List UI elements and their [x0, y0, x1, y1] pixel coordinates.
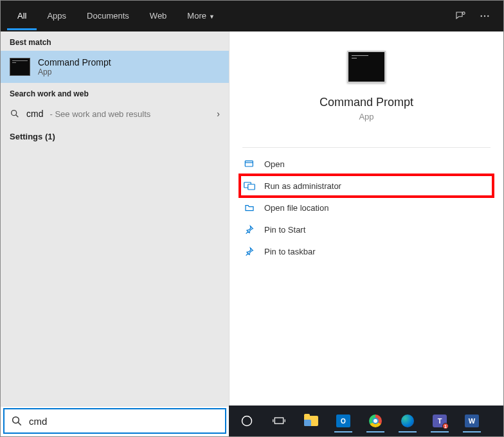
action-label: Open file location	[264, 203, 328, 213]
open-icon	[244, 159, 255, 169]
action-label: Pin to taskbar	[264, 247, 316, 256]
pin-icon	[244, 246, 255, 256]
svg-point-4	[12, 111, 17, 116]
action-open-file-location[interactable]: Open file location	[240, 197, 493, 219]
action-label: Open	[264, 159, 285, 169]
file-explorer-icon	[304, 416, 318, 426]
edge-icon	[401, 415, 414, 427]
admin-icon	[244, 181, 255, 191]
action-run-as-administrator[interactable]: Run as administrator	[240, 175, 493, 197]
tab-documents[interactable]: Documents	[76, 2, 140, 30]
notification-badge: 1	[442, 423, 449, 429]
command-prompt-icon	[347, 51, 386, 83]
tab-web[interactable]: Web	[140, 2, 177, 30]
search-hint: - See work and web results	[50, 109, 150, 119]
outlook-icon: O	[336, 415, 350, 427]
file-explorer-button[interactable]	[297, 408, 325, 434]
edge-button[interactable]	[393, 408, 422, 434]
outlook-button[interactable]: O	[329, 408, 357, 434]
preview-subtitle: App	[242, 112, 491, 121]
best-match-result[interactable]: Command Prompt App	[1, 51, 229, 83]
search-query: cmd	[26, 109, 43, 119]
svg-point-12	[242, 416, 252, 426]
action-open[interactable]: Open	[240, 153, 493, 175]
chrome-button[interactable]	[361, 408, 390, 434]
settings-label: Settings (1)	[10, 132, 55, 141]
tab-apps[interactable]: Apps	[37, 2, 76, 30]
feedback-icon[interactable]	[455, 10, 466, 22]
action-pin-to-taskbar[interactable]: Pin to taskbar	[240, 240, 493, 262]
search-icon	[11, 415, 22, 427]
svg-point-1	[481, 15, 482, 17]
svg-line-11	[18, 422, 21, 425]
action-label: Run as administrator	[264, 181, 341, 191]
svg-point-3	[487, 15, 489, 17]
svg-rect-9	[248, 184, 255, 190]
tab-label: Apps	[47, 11, 66, 21]
chevron-down-icon: ▼	[209, 13, 215, 20]
tab-label: Web	[150, 11, 167, 21]
tab-more[interactable]: More▼	[177, 2, 225, 30]
svg-rect-13	[274, 418, 283, 424]
preview-hero: Command Prompt App	[230, 31, 503, 134]
search-work-web-item[interactable]: cmd - See work and web results ›	[1, 102, 229, 125]
search-icon	[10, 109, 20, 119]
search-work-web-heading: Search work and web	[1, 83, 229, 102]
svg-point-0	[462, 12, 465, 15]
word-button[interactable]: W	[458, 408, 486, 434]
filter-tabs: All Apps Documents Web More▼	[7, 2, 455, 30]
result-subtitle: App	[38, 67, 111, 76]
settings-group[interactable]: Settings (1)	[1, 125, 229, 148]
preview-panel: Command Prompt App Open Run as administr…	[229, 31, 503, 407]
svg-rect-6	[245, 161, 253, 166]
action-label: Pin to Start	[264, 225, 305, 235]
folder-icon	[244, 202, 255, 213]
more-options-icon[interactable]	[479, 10, 491, 22]
results-panel: Best match Command Prompt App Search wor…	[1, 31, 229, 407]
word-icon: W	[465, 415, 479, 427]
divider	[242, 147, 491, 148]
taskbar: O T1 W	[229, 406, 503, 436]
best-match-heading: Best match	[1, 31, 229, 51]
teams-icon: T1	[433, 415, 447, 427]
task-view-button[interactable]	[265, 408, 293, 434]
cortana-button[interactable]	[233, 408, 261, 434]
chrome-icon	[369, 415, 382, 427]
best-match-text: Command Prompt App	[38, 57, 111, 76]
tab-all[interactable]: All	[7, 2, 37, 30]
command-prompt-icon	[10, 58, 30, 76]
tab-label: More	[187, 11, 206, 21]
action-list: Open Run as administrator Open file loca…	[230, 153, 503, 262]
teams-button[interactable]: T1	[426, 408, 454, 434]
search-box[interactable]	[3, 408, 226, 434]
svg-point-2	[484, 15, 485, 17]
chevron-right-icon: ›	[217, 109, 220, 119]
pin-icon	[244, 224, 255, 235]
preview-title: Command Prompt	[242, 96, 491, 109]
search-header: All Apps Documents Web More▼	[1, 1, 503, 31]
svg-point-10	[13, 417, 19, 424]
action-pin-to-start[interactable]: Pin to Start	[240, 219, 493, 240]
result-title: Command Prompt	[38, 57, 111, 67]
tab-label: Documents	[87, 11, 129, 21]
svg-line-5	[16, 115, 19, 118]
search-content: Best match Command Prompt App Search wor…	[1, 31, 503, 407]
search-input[interactable]	[29, 416, 219, 427]
tab-label: All	[17, 11, 26, 21]
